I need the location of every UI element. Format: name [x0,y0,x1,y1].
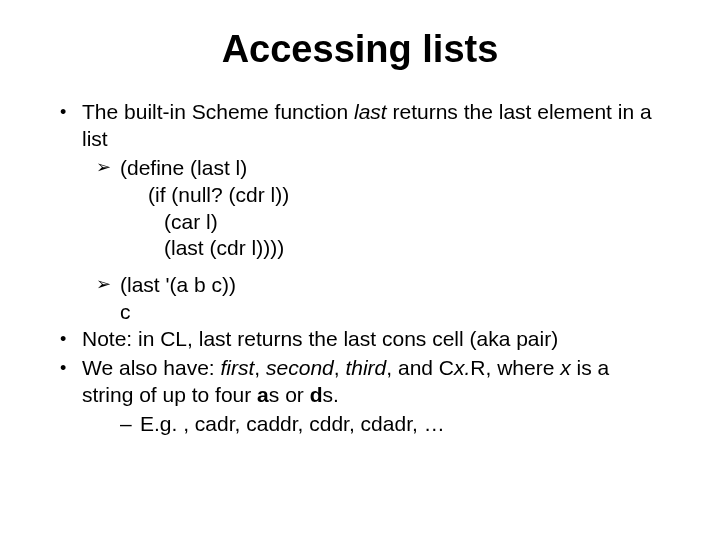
code-line-3: (car l) [60,209,660,236]
example-call-row: ➢ (last '(a b c)) [60,272,660,299]
example-call: (last '(a b c)) [120,272,236,299]
bullet-marker: • [60,99,82,124]
bullet-marker: • [60,355,82,380]
slide-content: • The built-in Scheme function last retu… [60,99,660,438]
bullet-1: • The built-in Scheme function last retu… [60,99,660,153]
code-block-start: ➢ (define (last l) [60,155,660,182]
bullet-marker: • [60,326,82,351]
example-result: c [120,299,131,326]
sub-bullet-text: E.g. , cadr, caddr, cddr, cdadr, … [140,411,445,438]
bullet-3: • We also have: first, second, third, an… [60,355,660,409]
bullet-2: • Note: in CL, last returns the last con… [60,326,660,353]
bullet-3-text: We also have: first, second, third, and … [82,355,660,409]
code-line-1: (define (last l) [120,155,247,182]
arrow-spacer [96,299,120,300]
bullet-1-text: The built-in Scheme function last return… [82,99,660,153]
arrow-icon: ➢ [96,155,120,179]
arrow-icon: ➢ [96,272,120,296]
slide-title: Accessing lists [60,28,660,71]
code-line-4: (last (cdr l)))) [60,235,660,262]
dash-marker: – [120,411,140,438]
example-result-row: c [60,299,660,326]
code-line-2: (if (null? (cdr l)) [60,182,660,209]
sub-bullet: – E.g. , cadr, caddr, cddr, cdadr, … [60,411,660,438]
bullet-2-text: Note: in CL, last returns the last cons … [82,326,660,353]
